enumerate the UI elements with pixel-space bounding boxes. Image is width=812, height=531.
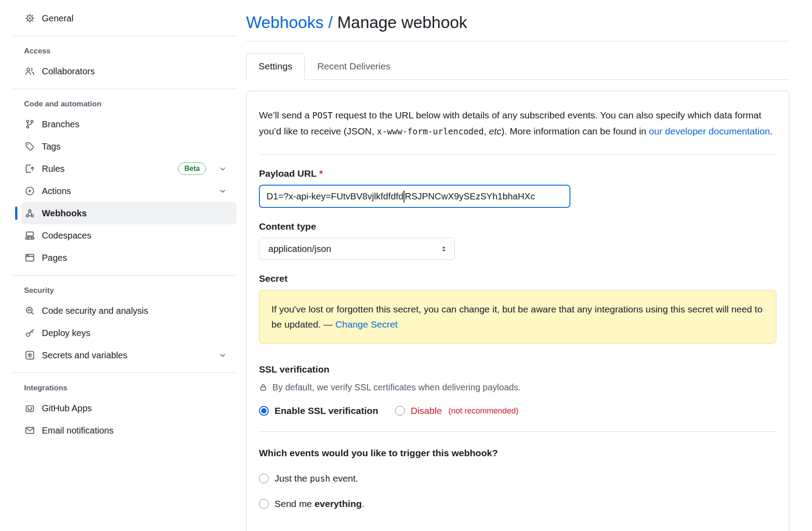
- sidebar-section: Code and automationBranchesTagsRulesBeta…: [12, 89, 237, 275]
- sidebar-item-rules[interactable]: RulesBeta: [21, 158, 237, 180]
- sidebar-item-codespaces[interactable]: Codespaces: [21, 224, 237, 247]
- send-everything-radio[interactable]: [259, 499, 269, 509]
- sidebar-item-label: Pages: [42, 253, 67, 263]
- developer-documentation-link[interactable]: our developer documentation: [649, 126, 770, 136]
- send-everything-option[interactable]: Send me everything.: [259, 499, 776, 509]
- enable-ssl-radio[interactable]: [259, 406, 269, 416]
- sidebar-item-github-apps[interactable]: GitHub Apps: [21, 397, 237, 419]
- sidebar-item-secrets-and-variables[interactable]: Secrets and variables: [21, 344, 237, 366]
- enable-ssl-option[interactable]: Enable SSL verification: [259, 405, 378, 416]
- chevron-down-icon: [218, 165, 227, 173]
- beta-badge: Beta: [178, 162, 206, 174]
- content-type-value: application/json: [268, 243, 331, 254]
- people-icon: [25, 66, 35, 76]
- sidebar-section-title: Security: [24, 286, 237, 295]
- webhook-description: We’ll send a POST request to the URL bel…: [259, 107, 776, 139]
- text-span: We’ll send a: [259, 110, 312, 120]
- tab-settings[interactable]: Settings: [246, 53, 305, 80]
- webhook-icon: [25, 208, 35, 218]
- sidebar-item-collaborators[interactable]: Collaborators: [21, 60, 237, 82]
- settings-sidebar: GeneralAccessCollaboratorsCode and autom…: [0, 0, 237, 531]
- inline-code: push: [310, 474, 330, 483]
- mail-icon: [25, 426, 35, 435]
- webhook-settings-main: Webhooks / Manage webhook SettingsRecent…: [246, 0, 789, 531]
- input-text-after-caret: RSJPNCwX9ySEzSYh1bhaHXc: [405, 191, 535, 202]
- sidebar-section: General: [12, 3, 237, 36]
- webhooks-breadcrumb-link[interactable]: Webhooks /: [246, 13, 333, 32]
- sidebar-item-label: Secrets and variables: [42, 350, 127, 361]
- rules-icon: [25, 164, 35, 174]
- sidebar-item-deploy-keys[interactable]: Deploy keys: [21, 322, 237, 344]
- gear-icon: [25, 13, 35, 23]
- sidebar-item-branches[interactable]: Branches: [21, 113, 237, 135]
- sidebar-section: SecurityCode security and analysisDeploy…: [12, 275, 237, 373]
- sidebar-item-label: Codespaces: [42, 231, 91, 241]
- event-option-label: Send me everything.: [275, 499, 364, 509]
- sidebar-item-email-notifications[interactable]: Email notifications: [21, 419, 237, 442]
- page-title-text: Manage webhook: [337, 13, 467, 32]
- sidebar-section-title: Access: [24, 47, 237, 56]
- disable-ssl-radio[interactable]: [395, 406, 405, 416]
- lock-icon: [259, 383, 267, 392]
- required-asterisk: *: [319, 168, 323, 178]
- tab-recent-deliveries[interactable]: Recent Deliveries: [305, 53, 403, 79]
- browser-icon: [25, 253, 35, 263]
- enable-ssl-label: Enable SSL verification: [275, 405, 378, 416]
- payload-url-field: Payload URL* D1=?x-api-key=FUtvBV8vjlkfd…: [259, 168, 776, 208]
- payload-url-label: Payload URL: [259, 168, 317, 178]
- sidebar-item-label: Collaborators: [42, 66, 95, 77]
- secret-warning: If you've lost or forgotten this secret,…: [259, 290, 776, 344]
- sidebar-item-label: Webhooks: [42, 208, 87, 219]
- sidebar-item-label: Email notifications: [42, 426, 113, 436]
- sidebar-item-label: GitHub Apps: [42, 403, 92, 413]
- text-span: Just the: [275, 473, 310, 483]
- content-type-field: Content type application/json: [259, 221, 776, 260]
- webhook-tabs: SettingsRecent Deliveries: [246, 53, 789, 80]
- sidebar-item-tags[interactable]: Tags: [21, 135, 237, 158]
- git-branch-icon: [25, 119, 35, 129]
- content-type-select[interactable]: application/json: [259, 238, 455, 260]
- disable-ssl-label: Disable: [411, 405, 442, 416]
- inline-code: POST: [312, 110, 333, 120]
- sidebar-section: AccessCollaborators: [12, 36, 237, 89]
- sidebar-item-label: Branches: [42, 119, 80, 130]
- webhook-settings-box: We’ll send a POST request to the URL bel…: [246, 91, 789, 531]
- text-span: event.: [330, 473, 358, 483]
- sidebar-item-label: Tags: [42, 142, 61, 152]
- disable-ssl-option[interactable]: Disable (not recommended): [395, 405, 518, 416]
- secret-label: Secret: [259, 273, 776, 284]
- sidebar-item-label: Code security and analysis: [42, 306, 148, 316]
- just-push-option[interactable]: Just the push event.: [259, 473, 776, 484]
- hubot-icon: [25, 403, 35, 413]
- sidebar-item-label: General: [42, 13, 73, 24]
- disable-ssl-note: (not recommended): [448, 406, 518, 416]
- event-option-label: Just the push event.: [275, 473, 358, 484]
- asterisk-box-icon: [25, 350, 35, 360]
- payload-url-input[interactable]: D1=?x-api-key=FUtvBV8vjlkfdfdfdRSJPNCwX9…: [259, 185, 570, 208]
- ssl-verification-heading: SSL verification: [259, 364, 776, 375]
- sidebar-section-title: Code and automation: [24, 100, 237, 109]
- page-title: Webhooks / Manage webhook: [246, 13, 789, 32]
- just-push-radio[interactable]: [259, 474, 269, 483]
- sidebar-item-label: Actions: [42, 186, 71, 196]
- text-span: .: [770, 126, 772, 136]
- sidebar-item-webhooks[interactable]: Webhooks: [21, 202, 237, 224]
- text-span: .: [362, 499, 364, 509]
- sidebar-item-label: Deploy keys: [42, 328, 90, 338]
- play-icon: [25, 186, 35, 196]
- key-icon: [25, 328, 35, 338]
- code-scan-icon: [25, 306, 35, 316]
- divider: [259, 154, 776, 155]
- change-secret-link[interactable]: Change Secret: [335, 319, 398, 329]
- tag-icon: [25, 142, 35, 151]
- sidebar-section-title: Integrations: [24, 384, 237, 393]
- sidebar-item-pages[interactable]: Pages: [21, 247, 237, 269]
- up-down-stepper-icon: [440, 245, 448, 253]
- ssl-note-text: By default, we verify SSL certificates w…: [272, 382, 521, 393]
- events-heading: Which events would you like to trigger t…: [259, 448, 776, 458]
- event-options: Just the push event.Send me everything.: [259, 473, 776, 509]
- sidebar-item-actions[interactable]: Actions: [21, 180, 237, 202]
- sidebar-item-general[interactable]: General: [21, 7, 237, 29]
- repository-settings-page: GeneralAccessCollaboratorsCode and autom…: [0, 0, 812, 531]
- sidebar-item-code-security-and-analysis[interactable]: Code security and analysis: [21, 300, 237, 322]
